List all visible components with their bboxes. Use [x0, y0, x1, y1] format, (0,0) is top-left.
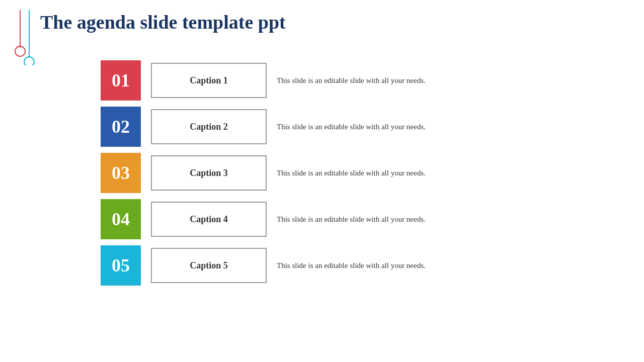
title-area: The agenda slide template ppt	[40, 11, 614, 33]
content-area: 01 Caption 1 This slide is an editable s…	[101, 60, 624, 352]
caption-box-2: Caption 2	[151, 109, 267, 144]
description-2: This slide is an editable slide with all…	[277, 121, 426, 133]
description-3: This slide is an editable slide with all…	[277, 167, 426, 179]
number-4: 04	[112, 209, 130, 230]
agenda-item-1: 01 Caption 1 This slide is an editable s…	[101, 60, 624, 101]
number-box-2: 02	[101, 107, 141, 147]
number-2: 02	[112, 116, 130, 137]
slide-title: The agenda slide template ppt	[40, 11, 614, 33]
description-5: This slide is an editable slide with all…	[277, 260, 426, 272]
agenda-item-2: 02 Caption 2 This slide is an editable s…	[101, 107, 624, 147]
number-box-4: 04	[101, 199, 141, 239]
top-decoration	[10, 10, 40, 65]
number-5: 05	[112, 255, 130, 276]
slide: The agenda slide template ppt 01 Caption…	[0, 0, 644, 362]
agenda-item-5: 05 Caption 5 This slide is an editable s…	[101, 245, 624, 286]
number-box-1: 01	[101, 60, 141, 101]
svg-point-3	[24, 57, 34, 65]
description-4: This slide is an editable slide with all…	[277, 214, 426, 225]
caption-label-4: Caption 4	[190, 214, 228, 225]
caption-box-3: Caption 3	[151, 155, 267, 191]
caption-box-5: Caption 5	[151, 248, 267, 283]
caption-label-3: Caption 3	[190, 168, 228, 178]
agenda-item-3: 03 Caption 3 This slide is an editable s…	[101, 153, 624, 193]
number-box-5: 05	[101, 245, 141, 286]
number-box-3: 03	[101, 153, 141, 193]
number-1: 01	[112, 70, 130, 91]
caption-label-2: Caption 2	[190, 122, 228, 132]
caption-label-5: Caption 5	[190, 260, 228, 271]
caption-box-1: Caption 1	[151, 63, 267, 98]
agenda-item-4: 04 Caption 4 This slide is an editable s…	[101, 199, 624, 239]
number-3: 03	[112, 162, 130, 184]
caption-box-4: Caption 4	[151, 202, 267, 237]
description-1: This slide is an editable slide with all…	[277, 75, 426, 86]
caption-label-1: Caption 1	[190, 75, 228, 86]
